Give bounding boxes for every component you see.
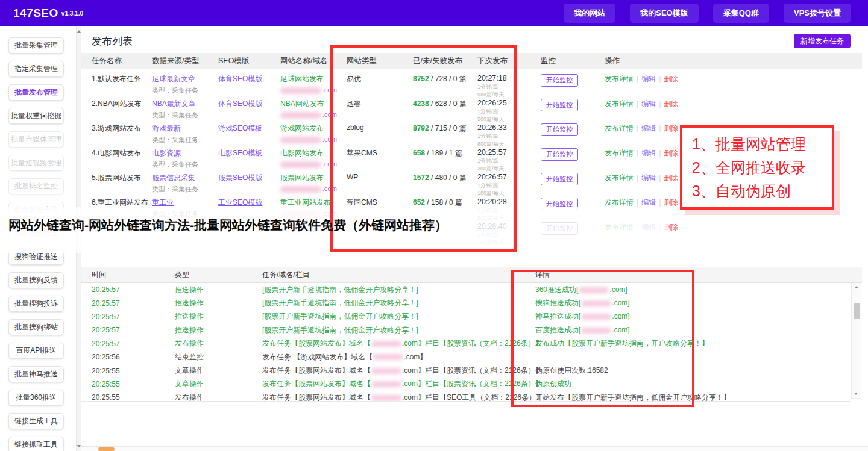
brand-logo: 147SEO	[13, 7, 58, 20]
delete-link[interactable]: 删除	[664, 99, 678, 108]
scroll-up-icon[interactable]	[77, 30, 81, 33]
scroll-up-icon[interactable]	[855, 286, 858, 288]
start-monitor-button[interactable]: 开始监控	[541, 99, 578, 111]
log-type: 结束监控	[175, 352, 262, 362]
action-separator: |	[659, 173, 661, 182]
seo-template-cell: 工业SEO模版	[218, 193, 280, 208]
sidebar-item[interactable]: 批量搜狗反馈	[8, 272, 64, 288]
scrollbar-thumb[interactable]	[854, 303, 860, 319]
sidebar-item[interactable]: 批量权重词挖掘	[8, 108, 64, 124]
log-task-cell: [股票开户新手避坑指南，低佣金开户攻略分享！]	[262, 298, 535, 308]
log-task-cell: 发布任务【股票网站发布】域名【.com】栏目【股票资讯（文档：2126条）】	[262, 365, 535, 376]
task-name-cell: 5.股票网站发布	[92, 168, 152, 183]
scrollbar-thumb[interactable]	[98, 447, 115, 451]
start-monitor-button[interactable]: 开始监控	[541, 74, 578, 87]
data-source-link[interactable]: 重工业	[152, 198, 218, 208]
seo-template-link[interactable]: 体育SEO模版	[218, 99, 280, 109]
top-nav: 我的网站我的SEO模版采集QQ群VPS拨号设置	[564, 4, 851, 23]
delete-link[interactable]: 删除	[664, 198, 678, 207]
sidebar-item[interactable]: 批量搜狗绑站	[8, 319, 64, 335]
sidebar-item[interactable]: 链接生成工具	[8, 413, 64, 429]
action-separator: |	[637, 75, 638, 83]
edit-link[interactable]: 编辑	[641, 99, 656, 108]
top-nav-item[interactable]: 采集QQ群	[713, 4, 769, 23]
data-source-link[interactable]: 股票信息采集	[152, 173, 218, 183]
log-scrollbar[interactable]	[851, 283, 861, 399]
top-nav-item[interactable]: 我的网站	[564, 4, 615, 23]
sidebar-item[interactable]: 批量采集管理	[8, 37, 64, 54]
log-row: 20:25:57推送操作[股票开户新手避坑指南，低佣金开户攻略分享！]360推送…	[81, 283, 851, 296]
delete-link[interactable]: 删除	[664, 124, 678, 132]
sidebar-item[interactable]: 百度API推送	[8, 343, 64, 359]
sidebar-item: 批量自媒体管理	[8, 131, 64, 148]
start-monitor-button[interactable]: 开始监控	[541, 123, 578, 136]
sidebar-item[interactable]: 批量搜狗投诉	[8, 296, 64, 312]
log-task-cell: 发布任务【股票网站发布】域名【.com】栏目【SEO工具（文档：2126条）】	[262, 393, 535, 402]
seo-template-link[interactable]: 工业SEO模版	[218, 198, 280, 208]
page-title: 发布列表	[92, 34, 133, 48]
data-source-link[interactable]: 游戏最新	[152, 123, 218, 134]
log-time: 20:25:57	[92, 313, 175, 321]
start-monitor-button[interactable]: 开始监控	[541, 173, 578, 185]
new-publish-task-button[interactable]: 新增发布任务	[794, 34, 851, 48]
publish-detail-link[interactable]: 发布详情	[605, 75, 634, 83]
blurred-domain	[371, 341, 401, 347]
task-name-cell: 1.默认发布任务	[92, 69, 152, 84]
blurred-domain	[280, 161, 321, 168]
log-table-header: 时间类型任务/域名/栏目详情	[81, 267, 862, 283]
top-nav-item[interactable]: VPS拨号设置	[784, 4, 851, 23]
seo-template-link[interactable]: 电影SEO模板	[218, 148, 280, 158]
sidebar-item[interactable]: 指定采集管理	[8, 61, 64, 77]
log-task-cell: 发布任务【股票网站发布】域名【.com】栏目【股票资讯（文档：2126条）】	[262, 379, 535, 389]
publish-detail-link[interactable]: 发布详情	[605, 149, 634, 157]
edit-link[interactable]: 编辑	[641, 173, 656, 182]
column-header: 操作	[605, 56, 862, 66]
data-source-link[interactable]: 电影资源	[152, 148, 218, 158]
start-monitor-button[interactable]: 开始监控	[541, 148, 578, 161]
data-source-link[interactable]: 足球最新文章	[152, 74, 218, 84]
sidebar-item[interactable]: 批量发布管理	[8, 84, 64, 101]
blurred-domain	[373, 354, 403, 360]
action-separator: |	[637, 99, 638, 108]
blurred-domain	[280, 137, 321, 143]
seo-template-cell: 游戏SEO模板	[218, 119, 280, 134]
scroll-down-icon[interactable]	[854, 393, 858, 395]
blurred-domain	[371, 381, 401, 387]
delete-link[interactable]: 删除	[664, 149, 678, 157]
sidebar-item[interactable]: 链接抓取工具	[8, 437, 64, 451]
edit-link[interactable]: 编辑	[641, 149, 656, 157]
publish-detail-link[interactable]: 发布详情	[605, 124, 634, 132]
action-separator: |	[659, 124, 661, 132]
publish-detail-link[interactable]: 发布详情	[605, 99, 634, 108]
scroll-down-icon[interactable]	[77, 445, 81, 447]
log-type: 文章操作	[175, 379, 262, 389]
monitor-cell: 开始监控	[541, 143, 605, 161]
seo-template-cell: 体育SEO模版	[218, 94, 280, 109]
top-nav-item[interactable]: 我的SEO模版	[630, 4, 698, 23]
action-separator: |	[637, 198, 638, 207]
seo-template-link[interactable]: 游戏SEO模板	[218, 123, 280, 134]
log-task-text: .com】	[404, 353, 427, 361]
publish-detail-link[interactable]: 发布详情	[605, 198, 634, 207]
log-task-cell: [股票开户新手避坑指南，低佣金开户攻略分享！]	[262, 325, 535, 335]
log-type: 文章操作	[175, 365, 262, 376]
edit-link[interactable]: 编辑	[641, 124, 656, 132]
seo-template-cell: 体育SEO模版	[218, 69, 280, 84]
data-source-cell: 游戏最新类型：采集任务	[152, 119, 218, 145]
publish-detail-link[interactable]: 发布详情	[605, 173, 634, 182]
horizontal-scrollbar[interactable]	[81, 446, 868, 451]
delete-link[interactable]: 删除	[664, 75, 678, 83]
edit-link[interactable]: 编辑	[641, 75, 656, 83]
annotation-line: 2、全网推送收录	[692, 158, 832, 178]
column-header: 任务/域名/栏目	[262, 270, 535, 280]
log-task-cell: 发布任务【股票网站发布】域名【.com】栏目【股票资讯（文档：2126条）】	[262, 338, 535, 349]
log-type: 推送操作	[175, 285, 262, 295]
seo-template-link[interactable]: 体育SEO模版	[218, 74, 280, 84]
sidebar-item[interactable]: 批量360推送	[8, 390, 64, 406]
sidebar-item[interactable]: 批量神马推送	[8, 366, 64, 382]
delete-link[interactable]: 删除	[664, 173, 678, 182]
data-source-link[interactable]: NBA最新文章	[152, 99, 218, 109]
column-header: 时间	[92, 270, 175, 280]
edit-link[interactable]: 编辑	[641, 198, 656, 207]
seo-template-link[interactable]: 股票SEO模版	[218, 173, 280, 183]
